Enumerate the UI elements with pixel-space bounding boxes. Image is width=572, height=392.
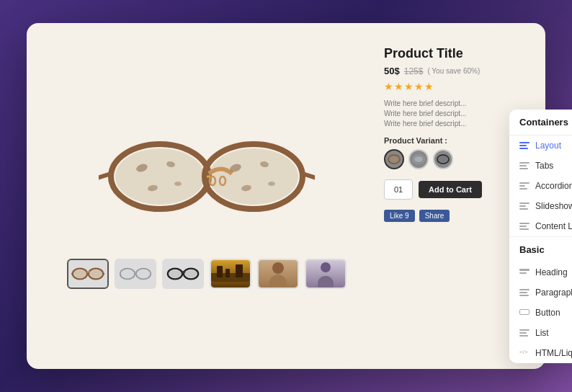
thumbnail-6[interactable]: [305, 259, 347, 289]
tabs-label: Tabs: [535, 161, 553, 171]
price-original: 125$: [404, 66, 424, 76]
thumbnail-2[interactable]: [115, 259, 156, 289]
price-current: 50$: [384, 66, 400, 76]
basic-section-header[interactable]: Basic ∧: [509, 237, 572, 262]
svg-point-36: [439, 156, 447, 162]
price-row: 50$ 125$ ( You save 60%): [384, 66, 528, 76]
thumbnail-1[interactable]: [67, 259, 109, 289]
product-card: Product Title 50$ 125$ ( You save 60%) ★…: [27, 23, 545, 369]
variant-2[interactable]: [408, 149, 429, 169]
thumbnail-3[interactable]: [162, 259, 204, 289]
content-list-icon: [519, 223, 529, 230]
accordion-label: Accordion: [535, 181, 572, 191]
svg-point-13: [268, 182, 275, 186]
menu-item-tabs[interactable]: Tabs: [509, 156, 572, 176]
variant-1[interactable]: [384, 149, 404, 169]
containers-section-header[interactable]: Containers ∧: [509, 110, 572, 135]
desc-line-1: Write here brief descript...: [384, 99, 528, 107]
heading-icon: [519, 269, 529, 276]
tabs-icon: [519, 162, 529, 169]
svg-point-34: [414, 156, 423, 162]
html-icon: </>: [519, 349, 529, 357]
glasses-illustration: [99, 117, 315, 233]
desc-line-3: Write here brief descript...: [384, 120, 528, 128]
star-rating: ★★★★★: [384, 81, 528, 92]
layout-label: Layout: [535, 141, 561, 151]
image-section: [44, 40, 370, 352]
list-label: List: [535, 328, 549, 338]
svg-point-24: [122, 270, 134, 277]
content-list-label: Content List: [535, 221, 572, 231]
button-label: Button: [535, 308, 560, 318]
svg-point-18: [74, 270, 86, 277]
quantity-display[interactable]: 01: [384, 179, 413, 200]
variant-3[interactable]: [433, 149, 453, 169]
product-area: Product Title 50$ 125$ ( You save 60%) ★…: [27, 23, 545, 369]
paragraph-label: Paragraph: [535, 288, 572, 298]
main-product-image: [91, 103, 322, 247]
product-title: Product Title: [384, 46, 528, 61]
svg-point-28: [169, 270, 182, 277]
paragraph-icon: [519, 289, 529, 296]
description-lines: Write here brief descript... Write here …: [384, 99, 528, 128]
qty-add-row: 01 Add to Cart: [384, 179, 528, 200]
menu-item-layout[interactable]: Layout: [509, 135, 572, 156]
svg-point-30: [185, 270, 197, 277]
svg-point-26: [138, 270, 150, 277]
heading-label: Heading: [535, 267, 568, 277]
variant-label: Product Variant :: [384, 136, 528, 145]
thumbnail-row: [67, 259, 347, 289]
slideshow-label: Slideshow: [535, 201, 572, 211]
info-section: Product Title 50$ 125$ ( You save 60%) ★…: [384, 40, 528, 352]
share-button[interactable]: Share: [419, 210, 450, 222]
svg-point-20: [90, 270, 102, 277]
desc-line-2: Write here brief descript...: [384, 110, 528, 117]
like-button[interactable]: Like 9: [384, 210, 415, 222]
menu-item-html-liquid[interactable]: </> HTML/Liquid: [509, 343, 572, 363]
menu-item-button[interactable]: Button: [509, 303, 572, 323]
svg-point-32: [390, 156, 398, 162]
menu-item-content-list[interactable]: Content List: [509, 216, 572, 236]
containers-title: Containers: [519, 117, 568, 128]
accordion-icon: [519, 182, 529, 190]
svg-point-1: [115, 148, 205, 205]
components-dropdown: Containers ∧ Layout Tabs: [509, 110, 572, 363]
list-icon: [519, 329, 529, 337]
html-liquid-label: HTML/Liquid: [535, 348, 572, 358]
social-row: Like 9 Share: [384, 210, 528, 222]
menu-item-list[interactable]: List: [509, 323, 572, 343]
menu-item-slideshow[interactable]: Slideshow: [509, 196, 572, 216]
menu-item-heading[interactable]: Heading: [509, 262, 572, 282]
button-icon: [519, 309, 529, 316]
thumbnail-4[interactable]: [210, 259, 251, 289]
menu-item-paragraph[interactable]: Paragraph: [509, 282, 572, 303]
add-to-cart-button[interactable]: Add to Cart: [419, 181, 482, 198]
price-save: ( You save 60%): [427, 67, 480, 75]
basic-title: Basic: [519, 244, 545, 255]
layout-icon: [519, 142, 529, 149]
slideshow-icon: [519, 202, 529, 210]
menu-item-accordion[interactable]: Accordion: [509, 176, 572, 196]
svg-point-9: [174, 182, 182, 186]
variant-row: [384, 149, 528, 169]
thumbnail-5[interactable]: [257, 259, 299, 289]
